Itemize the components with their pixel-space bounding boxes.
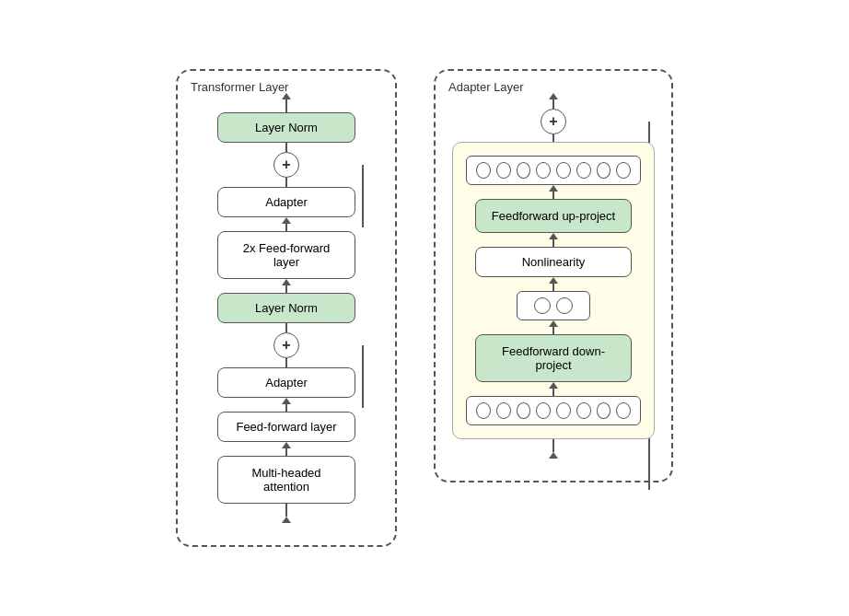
plus-row-top: + bbox=[194, 152, 378, 178]
vline bbox=[285, 285, 287, 293]
arrow-up bbox=[282, 279, 291, 285]
left-diagram: Transformer Layer Layer Norm + Adapter bbox=[176, 69, 397, 547]
right-outer: + Feed bbox=[450, 86, 657, 466]
layer-norm-mid-block: Layer Norm bbox=[217, 293, 355, 323]
diagrams-container: Transformer Layer Layer Norm + Adapter bbox=[157, 51, 692, 565]
feed-forward-2x-block: 2x Feed-forward layer bbox=[217, 231, 355, 279]
vline bbox=[552, 439, 554, 452]
circle bbox=[576, 162, 591, 179]
vline bbox=[285, 504, 287, 517]
ff-down-block: Feedforward down-project bbox=[475, 334, 632, 382]
circle bbox=[616, 162, 631, 179]
feed-forward-block: Feed-forward layer bbox=[217, 412, 355, 442]
circle bbox=[556, 162, 571, 179]
bypass-top bbox=[362, 165, 364, 227]
circle bbox=[496, 162, 511, 179]
vline bbox=[285, 143, 287, 152]
arrow-out-right-top bbox=[549, 93, 558, 99]
arrow-in-right-bottom bbox=[549, 452, 558, 459]
arrow-up bbox=[549, 277, 558, 284]
arrow-out-top bbox=[282, 93, 291, 99]
adapter-bot-block: Adapter bbox=[217, 367, 355, 398]
vline bbox=[285, 448, 287, 456]
adapter-inner-box: Feedforward up-project Nonlinearity bbox=[452, 142, 655, 439]
adapter-top-block: Adapter bbox=[217, 187, 355, 217]
arrow-up bbox=[549, 185, 558, 192]
circle bbox=[536, 162, 551, 179]
vline bbox=[285, 178, 287, 187]
vline bbox=[552, 134, 554, 142]
circle bbox=[534, 297, 551, 314]
arrow-up bbox=[549, 382, 558, 389]
arrow-up bbox=[549, 233, 558, 239]
circle bbox=[597, 162, 611, 179]
circle bbox=[476, 402, 491, 419]
bypass-mid bbox=[362, 345, 364, 408]
circle bbox=[556, 402, 571, 419]
plus-circle-right: + bbox=[541, 109, 566, 134]
vline bbox=[285, 323, 287, 332]
circle bbox=[517, 162, 531, 179]
vline bbox=[552, 284, 554, 291]
plus-row-mid: + bbox=[194, 332, 378, 358]
left-stack: Layer Norm + Adapter 2x Feed-forward lay… bbox=[192, 86, 380, 530]
circle bbox=[536, 402, 551, 419]
circles-bot-row bbox=[466, 396, 641, 425]
arrow-in-bottom bbox=[282, 517, 291, 523]
plus-circle-top: + bbox=[273, 152, 299, 178]
vline bbox=[285, 99, 287, 112]
circle bbox=[576, 402, 591, 419]
circles-mid-row bbox=[517, 291, 590, 320]
left-diagram-label: Transformer Layer bbox=[191, 80, 288, 94]
plus-circle-mid: + bbox=[273, 332, 299, 358]
vline bbox=[285, 224, 287, 231]
arrow-up bbox=[282, 398, 291, 404]
layer-norm-top-block: Layer Norm bbox=[217, 112, 355, 143]
circle bbox=[597, 402, 611, 419]
circle bbox=[476, 162, 491, 179]
circles-top-row bbox=[466, 156, 641, 185]
multi-headed-block: Multi-headed attention bbox=[217, 456, 355, 504]
vline bbox=[552, 99, 554, 109]
circle bbox=[517, 402, 531, 419]
vline bbox=[552, 192, 554, 199]
arrow-up bbox=[282, 442, 291, 448]
vline bbox=[552, 239, 554, 247]
vline bbox=[285, 404, 287, 412]
nonlinearity-block: Nonlinearity bbox=[475, 247, 632, 277]
arrow-up bbox=[282, 217, 291, 224]
vline bbox=[552, 389, 554, 396]
arrow-up bbox=[549, 320, 558, 327]
circle bbox=[496, 402, 511, 419]
vline bbox=[285, 358, 287, 367]
ff-up-block: Feedforward up-project bbox=[475, 199, 632, 233]
vline bbox=[552, 327, 554, 334]
circle bbox=[616, 402, 631, 419]
plus-row-right: + bbox=[448, 109, 659, 134]
right-diagram: Adapter Layer + bbox=[434, 69, 673, 482]
circle bbox=[556, 297, 573, 314]
